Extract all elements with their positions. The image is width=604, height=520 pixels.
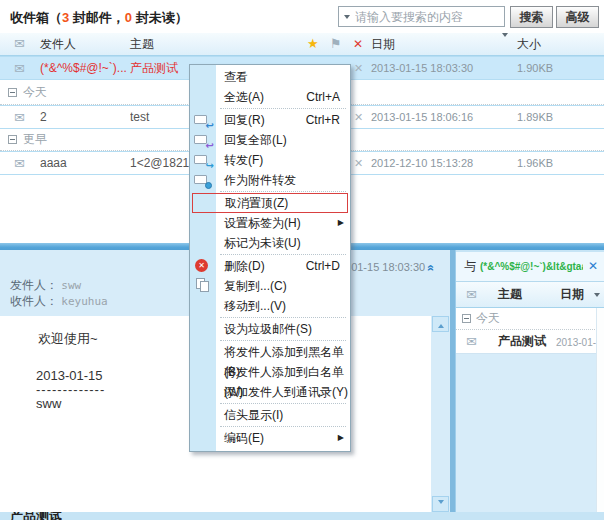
body-line: 2013-01-15 bbox=[36, 368, 103, 383]
close-panel-icon[interactable]: ✕ bbox=[588, 252, 598, 281]
preview-scrollbar[interactable] bbox=[431, 316, 450, 512]
menu-item-encoding[interactable]: 编码(E) ▶ bbox=[190, 428, 350, 448]
search-button[interactable]: 搜索 bbox=[510, 6, 553, 28]
menu-item-select-all[interactable]: 全选(A) Ctrl+A bbox=[190, 87, 350, 107]
conversation-address: (*&^%$#@!~`)&lt&gtaa bbox=[480, 252, 583, 281]
reply-all-icon: ↩ bbox=[194, 132, 212, 148]
mail-icon: ✉ bbox=[466, 330, 477, 353]
mail-sender: aaaa bbox=[40, 152, 126, 175]
preview-from: 发件人： sww bbox=[10, 277, 81, 294]
toolbar: 收件箱（3 封邮件，0 封未读） 搜索 高级 bbox=[0, 0, 604, 33]
column-subject[interactable]: 主题 bbox=[130, 33, 154, 55]
delete-mail-icon[interactable]: ✕ bbox=[354, 106, 363, 129]
delete-mail-icon[interactable]: ✕ bbox=[354, 57, 363, 80]
submenu-arrow-icon: ▶ bbox=[338, 213, 344, 233]
conversation-mail-row[interactable]: ✉ 产品测试 2013-01-... bbox=[456, 330, 604, 354]
menu-item-unpin[interactable]: 取消置顶(Z) bbox=[192, 193, 348, 213]
list-column-header: ✉ 发件人 主题 ★ ⚑ ✕ 日期 大小 bbox=[0, 33, 604, 56]
menu-item-delete[interactable]: ✕ 删除(D) Ctrl+D bbox=[190, 256, 350, 276]
group-label: 今天 bbox=[23, 81, 47, 104]
mail-subject: 产品测试 bbox=[498, 330, 546, 353]
menu-item-view[interactable]: 查看 bbox=[190, 67, 350, 87]
advanced-search-button[interactable]: 高级 bbox=[556, 6, 599, 28]
conversation-column-header: ✉ 主题 日期 bbox=[456, 282, 604, 308]
inbox-label: 收件箱（ bbox=[10, 10, 62, 25]
menu-item-forward-as-attachment[interactable]: 作为附件转发 bbox=[190, 170, 350, 190]
context-menu: 查看 全选(A) Ctrl+A ↩ 回复(R) Ctrl+R ↩ 回复全部(L)… bbox=[189, 64, 351, 452]
mail-icon: ✉ bbox=[14, 57, 25, 80]
forward-icon: ↪ bbox=[194, 152, 212, 168]
collapse-group-icon[interactable] bbox=[8, 135, 17, 144]
star-column-icon[interactable]: ★ bbox=[307, 33, 319, 55]
menu-item-show-headers[interactable]: 信头显示(I) bbox=[190, 405, 350, 425]
body-line: sww bbox=[36, 396, 61, 411]
column-subject[interactable]: 主题 bbox=[498, 282, 522, 307]
column-sender[interactable]: 发件人 bbox=[40, 33, 76, 55]
inbox-title: 收件箱（3 封邮件，0 封未读） bbox=[10, 9, 188, 27]
preview-to-value: keyuhua bbox=[61, 295, 107, 308]
delete-column-icon[interactable]: ✕ bbox=[353, 33, 363, 55]
mail-size: 1.96KB bbox=[517, 152, 553, 175]
conversation-group-today[interactable]: 今天 bbox=[456, 308, 604, 330]
sort-arrow-icon[interactable] bbox=[502, 33, 508, 37]
menu-item-add-contact[interactable]: 添加发件人到通讯录(Y) bbox=[190, 382, 350, 402]
mail-size: 1.89KB bbox=[517, 106, 553, 129]
mail-icon[interactable]: ✉ bbox=[14, 33, 25, 55]
reply-icon: ↩ bbox=[194, 112, 212, 128]
copy-icon bbox=[194, 278, 212, 294]
conversation-empty-area bbox=[456, 354, 604, 512]
mail-icon: ✉ bbox=[14, 106, 25, 129]
flag-column-icon[interactable]: ⚑ bbox=[330, 33, 342, 55]
collapse-group-icon[interactable] bbox=[8, 88, 17, 97]
menu-item-reply-all[interactable]: ↩ 回复全部(L) bbox=[190, 130, 350, 150]
body-line: 欢迎使用~ bbox=[38, 330, 98, 348]
mail-sender: 2 bbox=[40, 106, 126, 129]
mail-icon: ✉ bbox=[466, 282, 477, 307]
menu-item-add-blacklist[interactable]: 将发件人添加到黑名单(B) bbox=[190, 342, 350, 362]
mail-icon: ✉ bbox=[14, 152, 25, 175]
collapse-group-icon[interactable] bbox=[462, 314, 471, 323]
conversation-header: 与 (*&^%$#@!~`)&lt&gtaa ✕ bbox=[456, 252, 604, 282]
mail-date: 2013-01-15 18:06:16 bbox=[371, 106, 473, 129]
group-label: 更早 bbox=[23, 129, 47, 150]
sort-arrow-icon[interactable] bbox=[594, 293, 600, 297]
menu-item-add-whitelist[interactable]: 将发件人添加到白名单(W) bbox=[190, 362, 350, 382]
menu-item-reply[interactable]: ↩ 回复(R) Ctrl+R bbox=[190, 110, 350, 130]
collapse-preview-icon[interactable]: » bbox=[423, 265, 437, 272]
search-scope-caret-icon[interactable] bbox=[344, 15, 350, 19]
scroll-up-icon[interactable] bbox=[432, 316, 449, 332]
conversation-with-label: 与 bbox=[464, 252, 476, 281]
conversation-panel: 与 (*&^%$#@!~`)&lt&gtaa ✕ ✉ 主题 日期 今天 ✉ 产品… bbox=[455, 250, 604, 512]
unread-count: 0 bbox=[125, 10, 132, 25]
mail-date: 2013-01-15 18:03:30 bbox=[371, 57, 473, 80]
delete-icon: ✕ bbox=[195, 259, 208, 272]
column-size[interactable]: 大小 bbox=[517, 33, 541, 55]
menu-item-mark-unread[interactable]: 标记为未读(U) bbox=[190, 233, 350, 253]
search-input[interactable] bbox=[355, 8, 503, 25]
conversation-scrollbar[interactable] bbox=[596, 308, 604, 512]
menu-item-set-label[interactable]: 设置标签为(H) ▶ bbox=[190, 213, 350, 233]
column-date[interactable]: 日期 bbox=[560, 282, 584, 307]
preview-to: 收件人： keyuhua bbox=[10, 293, 108, 310]
column-date[interactable]: 日期 bbox=[371, 33, 395, 55]
mail-date: 2012-12-10 15:13:28 bbox=[371, 152, 473, 175]
preview-from-value: sww bbox=[61, 279, 81, 292]
search-box bbox=[338, 6, 505, 27]
menu-item-copy-to[interactable]: 复制到...(C) bbox=[190, 276, 350, 296]
menu-item-move-to[interactable]: 移动到...(V) bbox=[190, 296, 350, 316]
group-label: 今天 bbox=[476, 308, 500, 329]
mail-sender: (*&^%$#@!~`)... bbox=[40, 57, 126, 80]
body-line: ------------- bbox=[36, 382, 105, 397]
menu-item-forward[interactable]: ↪ 转发(F) bbox=[190, 150, 350, 170]
scroll-down-icon[interactable] bbox=[432, 496, 449, 512]
mail-size: 1.90KB bbox=[517, 57, 553, 80]
submenu-arrow-icon: ▶ bbox=[338, 428, 344, 448]
delete-mail-icon[interactable]: ✕ bbox=[354, 152, 363, 175]
mail-client-window: 收件箱（3 封邮件，0 封未读） 搜索 高级 ✉ 发件人 主题 ★ ⚑ ✕ 日期… bbox=[0, 0, 604, 520]
menu-item-mark-spam[interactable]: 设为垃圾邮件(S) bbox=[190, 319, 350, 339]
forward-as-attachment-icon bbox=[194, 172, 212, 188]
